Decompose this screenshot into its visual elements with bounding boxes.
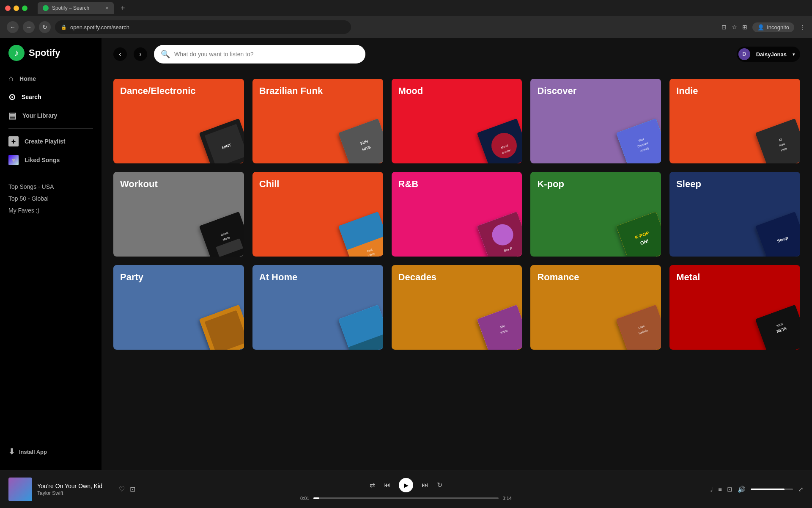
current-time: 0:01: [300, 496, 309, 501]
search-input[interactable]: [174, 51, 359, 58]
genre-art-chill: Chill Vibes: [338, 212, 383, 257]
menu-icon[interactable]: ⋮: [799, 24, 805, 30]
close-button[interactable]: [5, 6, 11, 11]
genre-art-discover: Your Discover Weekly: [616, 119, 661, 163]
queue-button[interactable]: ≡: [718, 486, 722, 493]
lock-icon: 🔒: [61, 25, 67, 30]
header-back-button[interactable]: ‹: [113, 47, 127, 61]
search-bar[interactable]: 🔍: [154, 45, 365, 64]
genre-card-rnb[interactable]: R&B Bre.P: [392, 172, 522, 257]
svg-rect-32: [755, 212, 800, 257]
genre-card-sleep[interactable]: Sleep Sleep: [669, 172, 800, 257]
genre-art-metal: KICK META: [755, 305, 800, 350]
genre-card-discover[interactable]: Discover Your Discover Weekly: [530, 79, 661, 163]
genre-card-mood[interactable]: Mood Mood Booster: [392, 79, 522, 163]
incognito-badge[interactable]: 👤 Incognito: [752, 22, 794, 32]
bookmark-icon[interactable]: ☆: [732, 24, 737, 30]
genre-card-workout[interactable]: Workout Beast Mode: [113, 172, 244, 257]
user-avatar: D: [738, 48, 750, 60]
now-playing-title: You're On Your Own, Kid: [37, 483, 114, 489]
user-badge[interactable]: D DaisyJonas ▾: [737, 47, 800, 62]
chevron-down-icon: ▾: [793, 52, 798, 57]
playlist-item-top-50[interactable]: Top 50 - Global: [8, 193, 93, 204]
browser-tabs: Spotify – Search ✕ +: [0, 0, 812, 16]
forward-button[interactable]: →: [23, 21, 35, 33]
genre-title-indie: Indie: [676, 86, 698, 97]
header-forward-button[interactable]: ›: [134, 47, 147, 61]
playlist-item-my-faves[interactable]: My Faves :): [8, 205, 93, 215]
playlist-item-top-songs[interactable]: Top Songs - USA: [8, 182, 93, 192]
sidebar-item-home[interactable]: ⌂ Home: [0, 69, 102, 88]
connect-button[interactable]: ⊡: [727, 486, 732, 493]
genre-card-brazilian[interactable]: Brazilian Funk FUN HITS: [252, 79, 383, 163]
shuffle-button[interactable]: ⇄: [370, 481, 375, 489]
maximize-button[interactable]: [22, 6, 27, 11]
sidebar-item-search[interactable]: ⊙ Search: [0, 88, 102, 106]
next-button[interactable]: ⏭: [422, 481, 428, 489]
genre-title-sleep: Sleep: [676, 179, 701, 190]
genre-title-brazilian: Brazilian Funk: [259, 86, 323, 97]
browser-nav: ← → ↻ 🔒 open.spotify.com/search ⊡ ☆ ⊞ 👤 …: [0, 16, 812, 38]
like-button[interactable]: ♡: [119, 485, 125, 493]
fullscreen-button[interactable]: ⤢: [798, 486, 804, 493]
genre-card-kpop[interactable]: K-pop K-POP ON!: [530, 172, 661, 257]
now-playing-artist: Taylor Swift: [37, 490, 114, 496]
spotify-logo-text: Spotify: [29, 47, 60, 58]
user-name: DaisyJonas: [754, 51, 789, 58]
genre-card-chill[interactable]: Chill Chill Vibes: [252, 172, 383, 257]
progress-bar-container: 0:01 3:14: [300, 496, 512, 501]
genre-art-dance: MINT: [199, 119, 244, 163]
now-playing-right: ♩ ≡ ⊡ 🔊 ⤢: [677, 486, 804, 493]
back-button[interactable]: ←: [7, 21, 19, 33]
new-tab-button[interactable]: +: [121, 4, 125, 13]
play-pause-button[interactable]: ▶: [399, 478, 413, 492]
genre-title-romance: Romance: [537, 272, 579, 283]
genre-art-athome: [338, 305, 383, 350]
playback-controls: ⇄ ⏮ ▶ ⏭ ↻: [370, 478, 442, 492]
volume-bar[interactable]: [751, 489, 793, 490]
progress-fill: [313, 497, 319, 499]
minimize-button[interactable]: [14, 6, 19, 11]
previous-button[interactable]: ⏮: [384, 481, 390, 489]
liked-songs-item[interactable]: ♥ Liked Songs: [0, 151, 102, 169]
install-app-button[interactable]: ⬇ Install App: [8, 447, 93, 456]
repeat-button[interactable]: ↻: [437, 481, 442, 489]
progress-bar[interactable]: [313, 497, 498, 499]
genre-title-dance: Dance/Electronic: [120, 86, 196, 97]
cast-icon[interactable]: ⊡: [721, 24, 727, 30]
genre-title-rnb: R&B: [398, 179, 419, 190]
lyrics-button[interactable]: ♩: [710, 486, 713, 493]
genre-card-athome[interactable]: At Home: [252, 265, 383, 350]
now-playing-info: You're On Your Own, Kid Taylor Swift ♡ ⊡: [8, 478, 135, 501]
reload-button[interactable]: ↻: [39, 21, 51, 33]
create-playlist-button[interactable]: + Create Playlist: [0, 132, 102, 151]
incognito-icon: 👤: [757, 24, 764, 30]
genre-card-dance[interactable]: Dance/Electronic MINT: [113, 79, 244, 163]
sidebar-label-search: Search: [22, 94, 41, 100]
sidebar-divider: [8, 128, 93, 129]
genre-art-party: [199, 305, 244, 350]
spotify-logo-icon: ♪: [8, 45, 25, 61]
now-playing-album-art: [8, 478, 32, 501]
genre-card-party[interactable]: Party: [113, 265, 244, 350]
pip-button[interactable]: ⊡: [130, 485, 135, 493]
sidebar-label-home: Home: [19, 75, 36, 82]
volume-icon: 🔊: [738, 486, 746, 493]
tab-close-button[interactable]: ✕: [105, 6, 109, 11]
genre-art-romance: Love Ballads: [616, 305, 661, 350]
sidebar-logo: ♪ Spotify: [0, 45, 102, 69]
now-playing-bar: You're On Your Own, Kid Taylor Swift ♡ ⊡…: [0, 470, 812, 508]
sidebar-divider-2: [8, 173, 93, 173]
sidebar-item-library[interactable]: ▤ Your Library: [0, 106, 102, 125]
genre-card-indie[interactable]: Indie All New Indie: [669, 79, 800, 163]
genre-card-romance[interactable]: Romance Love Ballads: [530, 265, 661, 350]
now-playing-center: ⇄ ⏮ ▶ ⏭ ↻ 0:01 3:14: [135, 478, 677, 501]
address-bar[interactable]: 🔒 open.spotify.com/search: [55, 20, 351, 34]
browser-actions: ⊡ ☆ ⊞ 👤 Incognito ⋮: [721, 22, 805, 32]
extensions-icon[interactable]: ⊞: [742, 24, 747, 30]
browser-tab[interactable]: Spotify – Search ✕: [38, 2, 114, 14]
genre-card-metal[interactable]: Metal KICK META: [669, 265, 800, 350]
genre-title-discover: Discover: [537, 86, 576, 97]
genre-art-workout: Beast Mode: [199, 212, 244, 257]
genre-card-decades[interactable]: Decades Allo 2000s: [392, 265, 522, 350]
